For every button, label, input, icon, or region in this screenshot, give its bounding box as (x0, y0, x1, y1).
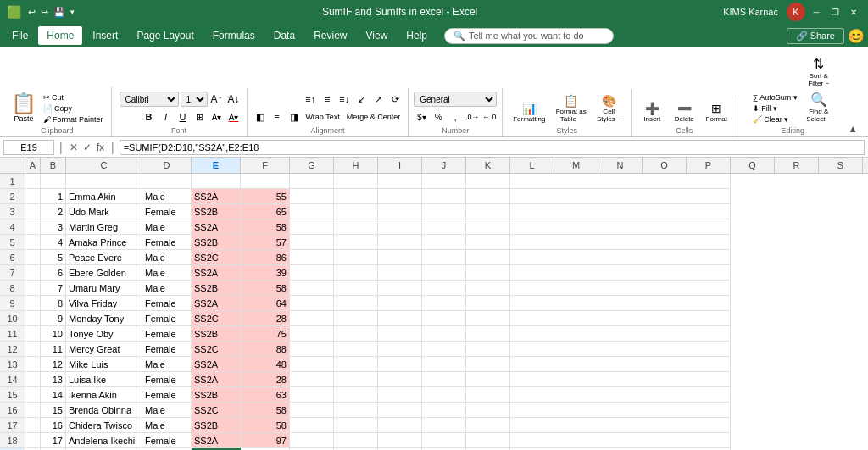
align-right-button[interactable]: ◨ (287, 109, 302, 125)
cell-15B[interactable]: 14 (41, 387, 66, 403)
cell-12G[interactable] (290, 342, 334, 357)
undo-icon[interactable]: ↩ (26, 5, 37, 19)
cell-8I[interactable] (378, 281, 422, 296)
cell-2-rest[interactable] (510, 189, 731, 204)
cell-1F[interactable] (241, 174, 290, 189)
cell-1I[interactable] (378, 174, 422, 189)
cell-18D[interactable]: Female (142, 433, 192, 448)
cut-button[interactable]: ✂ Cut (41, 92, 106, 103)
cell-2F[interactable]: 55 (241, 189, 290, 204)
cell-8-rest[interactable] (510, 281, 731, 296)
cell-3H[interactable] (334, 204, 378, 219)
cell-3C[interactable]: Udo Mark (66, 204, 142, 219)
tell-me-bar[interactable]: 🔍 Tell me what you want to do (444, 28, 614, 44)
cell-6E[interactable]: SS2C (192, 250, 241, 265)
cell-16I[interactable] (378, 403, 422, 418)
cell-8E[interactable]: SS2B (192, 281, 241, 296)
cell-11K[interactable] (466, 326, 510, 342)
cell-13C[interactable]: Mike Luis (66, 357, 142, 372)
increase-font-icon[interactable]: A↑ (209, 93, 225, 105)
cell-16K[interactable] (466, 403, 510, 418)
cell-17J[interactable] (422, 418, 466, 433)
cell-18B[interactable]: 17 (41, 433, 66, 448)
menu-review[interactable]: Review (305, 26, 355, 45)
cell-18J[interactable] (422, 433, 466, 448)
cell-6-rest[interactable] (510, 250, 731, 265)
percent-button[interactable]: % (431, 109, 446, 125)
cell-1H[interactable] (334, 174, 378, 189)
col-header-A[interactable]: A (25, 158, 41, 173)
cell-10C[interactable]: Monday Tony (66, 311, 142, 326)
cell-11A[interactable] (25, 326, 41, 342)
cell-13-rest[interactable] (510, 357, 731, 372)
menu-view[interactable]: View (358, 26, 397, 45)
cell-18A[interactable] (25, 433, 41, 448)
cell-2E[interactable]: SS2A (192, 189, 241, 204)
cell-8G[interactable] (290, 281, 334, 296)
close-button[interactable]: ✕ (846, 4, 861, 19)
cell-14E[interactable]: SS2A (192, 372, 241, 387)
cell-3J[interactable] (422, 204, 466, 219)
cell-8H[interactable] (334, 281, 378, 296)
conditional-formatting-button[interactable]: 📊 Formatting (508, 100, 550, 125)
cell-16A[interactable] (25, 403, 41, 418)
cell-16B[interactable]: 15 (41, 403, 66, 418)
cell-4F[interactable]: 58 (241, 219, 290, 235)
cell-5A[interactable] (25, 235, 41, 250)
cell-17K[interactable] (466, 418, 510, 433)
align-middle-center-button[interactable]: ≡ (320, 92, 335, 107)
cell-14F[interactable]: 28 (241, 372, 290, 387)
cell-6F[interactable]: 86 (241, 250, 290, 265)
cell-3A[interactable] (25, 204, 41, 219)
cell-11D[interactable]: Female (142, 326, 192, 342)
cell-7I[interactable] (378, 265, 422, 281)
cell-8C[interactable]: Umaru Mary (66, 281, 142, 296)
cell-12-rest[interactable] (510, 342, 731, 357)
cell-17A[interactable] (25, 418, 41, 433)
cell-3-rest[interactable] (510, 204, 731, 219)
cell-1G[interactable] (290, 174, 334, 189)
redo-icon[interactable]: ↪ (39, 5, 50, 19)
cell-8J[interactable] (422, 281, 466, 296)
cell-1C[interactable] (66, 174, 142, 189)
cell-5D[interactable]: Female (142, 235, 192, 250)
confirm-formula-icon[interactable]: ✓ (81, 142, 93, 153)
cell-7B[interactable]: 6 (41, 265, 66, 281)
cell-17D[interactable]: Male (142, 418, 192, 433)
cell-4C[interactable]: Martin Greg (66, 219, 142, 235)
cell-12D[interactable]: Female (142, 342, 192, 357)
customize-icon[interactable]: ▾ (69, 6, 76, 18)
cell-6J[interactable] (422, 250, 466, 265)
comma-button[interactable]: , (448, 109, 463, 125)
currency-button[interactable]: $▾ (414, 109, 429, 125)
format-painter-button[interactable]: 🖌 Format Painter (41, 114, 106, 125)
restore-button[interactable]: ❐ (827, 4, 843, 19)
cell-15K[interactable] (466, 387, 510, 403)
col-header-I[interactable]: I (378, 158, 422, 173)
menu-formulas[interactable]: Formulas (204, 26, 264, 45)
cell-5I[interactable] (378, 235, 422, 250)
cell-14H[interactable] (334, 372, 378, 387)
align-left-button[interactable]: ◧ (253, 109, 268, 125)
col-header-D[interactable]: D (142, 158, 192, 173)
cell-18E[interactable]: SS2A (192, 433, 241, 448)
cell-2D[interactable]: Male (142, 189, 192, 204)
cell-18K[interactable] (466, 433, 510, 448)
cell-14K[interactable] (466, 372, 510, 387)
col-header-N[interactable]: N (598, 158, 643, 173)
cell-5C[interactable]: Amaka Prince (66, 235, 142, 250)
clear-button[interactable]: 🧹 Clear ▾ (750, 114, 800, 125)
cell-15F[interactable]: 63 (241, 387, 290, 403)
cell-12E[interactable]: SS2C (192, 342, 241, 357)
border-button[interactable]: ⊞ (192, 109, 208, 125)
cancel-formula-icon[interactable]: ✕ (68, 142, 80, 153)
increase-decimal-button[interactable]: .0→ (465, 109, 480, 125)
cell-16C[interactable]: Brenda Obinna (66, 403, 142, 418)
cell-12J[interactable] (422, 342, 466, 357)
fill-color-button[interactable]: A▾ (209, 109, 225, 125)
cell-12K[interactable] (466, 342, 510, 357)
cell-13A[interactable] (25, 357, 41, 372)
copy-button[interactable]: 📄 Copy (41, 103, 106, 114)
cell-6K[interactable] (466, 250, 510, 265)
cell-4G[interactable] (290, 219, 334, 235)
